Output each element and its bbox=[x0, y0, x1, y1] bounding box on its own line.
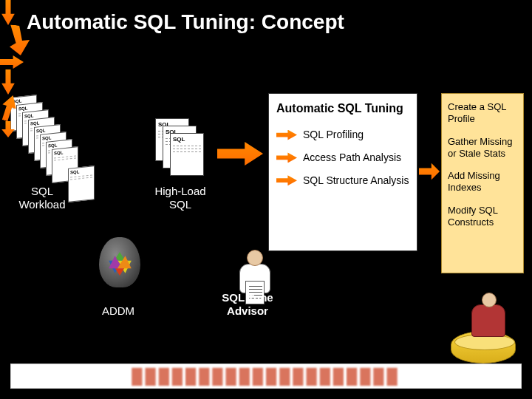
output-item: Add Missing Indexes bbox=[448, 170, 517, 194]
tuning-item-label: SQL Profiling bbox=[303, 129, 364, 141]
tuning-item-label: SQL Structure Analysis bbox=[303, 174, 409, 187]
addm-label: ADDM bbox=[89, 304, 148, 317]
tuning-box-header: Automatic SQL Tuning bbox=[276, 101, 411, 115]
output-item: Gather Missing or Stale Stats bbox=[448, 136, 517, 160]
arrow-down-icon bbox=[0, 0, 16, 25]
arrow-icon bbox=[276, 130, 297, 140]
tuning-item: SQL Profiling bbox=[276, 129, 411, 141]
automatic-sql-tuning-box: Automatic SQL Tuning SQL Profiling Acces… bbox=[268, 93, 417, 251]
addm-icon bbox=[95, 236, 145, 301]
sql-workload-stack: SQL SQL SQL SQL SQL SQL SQL SQL SQL bbox=[10, 96, 92, 200]
tuning-item-label: Access Path Analysis bbox=[303, 151, 401, 164]
high-load-sql-stack: SQL SQL SQL bbox=[155, 118, 214, 185]
output-actions-box: Create a SQL Profile Gather Missing or S… bbox=[441, 93, 524, 273]
footer-decorative-strip: ████████████████████ bbox=[10, 364, 522, 389]
tuning-item: SQL Structure Analysis bbox=[276, 174, 411, 187]
arrow-icon bbox=[419, 161, 440, 182]
arrow-icon bbox=[0, 55, 24, 69]
page-title: Automatic SQL Tuning: Concept bbox=[27, 10, 344, 34]
arrow-icon bbox=[217, 139, 263, 168]
output-item: Modify SQL Constructs bbox=[448, 205, 517, 229]
output-item: Create a SQL Profile bbox=[448, 101, 517, 126]
arrow-down-icon bbox=[0, 69, 16, 95]
sql-tune-advisor-label: SQL Tune Advisor bbox=[200, 291, 296, 318]
arrow-icon bbox=[276, 175, 297, 185]
sql-workload-label: SQL Workload bbox=[9, 185, 75, 211]
arrow-icon bbox=[276, 152, 297, 163]
tuning-item: Access Path Analysis bbox=[276, 151, 411, 164]
high-load-sql-label: High-Load SQL bbox=[143, 185, 217, 211]
